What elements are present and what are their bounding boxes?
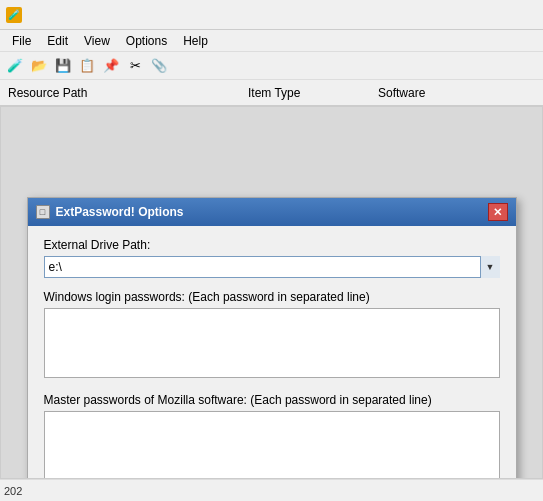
status-bar: 202: [0, 479, 543, 501]
toolbar-save-btn[interactable]: 💾: [52, 55, 74, 77]
column-headers: Resource Path Item Type Software: [0, 80, 543, 106]
title-bar: 🧪: [0, 0, 543, 30]
col-header-software: Software: [370, 82, 500, 104]
col-header-itemtype: Item Type: [240, 82, 370, 104]
toolbar-paste-btn[interactable]: 📌: [100, 55, 122, 77]
toolbar-copy-btn[interactable]: 📋: [76, 55, 98, 77]
menu-options[interactable]: Options: [118, 32, 175, 50]
menu-edit[interactable]: Edit: [39, 32, 76, 50]
toolbar-new-btn[interactable]: 🧪: [4, 55, 26, 77]
toolbar-open-btn[interactable]: 📂: [28, 55, 50, 77]
app-icon: 🧪: [6, 7, 22, 23]
dialog-close-button[interactable]: ✕: [488, 203, 508, 221]
mozilla-passwords-wrapper: [44, 411, 500, 479]
dialog-titlebar: □ ExtPassword! Options ✕: [28, 198, 516, 226]
toolbar-arrow-btn[interactable]: 📎: [148, 55, 170, 77]
app-window: 🧪 File Edit View Options Help 🧪 📂 💾 📋 📌 …: [0, 0, 543, 501]
content-area: □ ExtPassword! Options ✕ External Drive …: [0, 106, 543, 479]
col-header-resource: Resource Path: [0, 82, 240, 104]
dialog-title-left: □ ExtPassword! Options: [36, 205, 184, 219]
options-dialog: □ ExtPassword! Options ✕ External Drive …: [27, 197, 517, 479]
toolbar-cut-btn[interactable]: ✂: [124, 55, 146, 77]
dialog-title: ExtPassword! Options: [56, 205, 184, 219]
modal-overlay: □ ExtPassword! Options ✕ External Drive …: [1, 107, 542, 478]
windows-passwords-textarea[interactable]: [44, 308, 500, 378]
drive-path-wrapper: ▼: [44, 256, 500, 278]
menu-file[interactable]: File: [4, 32, 39, 50]
status-text: 202: [4, 485, 22, 497]
drive-path-input[interactable]: [44, 256, 500, 278]
menu-help[interactable]: Help: [175, 32, 216, 50]
windows-passwords-wrapper: [44, 308, 500, 381]
menu-bar: File Edit View Options Help: [0, 30, 543, 52]
windows-passwords-label: Windows login passwords: (Each password …: [44, 290, 500, 304]
toolbar: 🧪 📂 💾 📋 📌 ✂ 📎: [0, 52, 543, 80]
dialog-icon: □: [36, 205, 50, 219]
dialog-body: External Drive Path: ▼ Windows login pas…: [28, 226, 516, 479]
menu-view[interactable]: View: [76, 32, 118, 50]
drive-path-label: External Drive Path:: [44, 238, 500, 252]
drive-path-dropdown-arrow[interactable]: ▼: [480, 256, 500, 278]
mozilla-passwords-textarea[interactable]: [44, 411, 500, 479]
mozilla-passwords-label: Master passwords of Mozilla software: (E…: [44, 393, 500, 407]
